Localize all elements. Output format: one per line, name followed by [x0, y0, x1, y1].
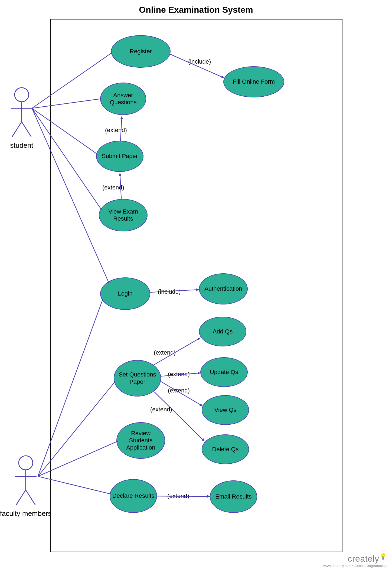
usecase-set-questions-paper: Set Questions Paper: [114, 360, 161, 397]
rel-updateqs-extend: (extend): [168, 371, 190, 378]
system-boundary: [50, 19, 342, 552]
usecase-update-qs: Update Qs: [200, 357, 248, 387]
usecase-delete-qs: Delete Qs: [202, 434, 249, 464]
actor-faculty-label: faculty members: [0, 509, 53, 518]
usecase-register: Register: [111, 35, 171, 68]
usecase-login: Login: [100, 277, 150, 310]
svg-point-5: [19, 456, 33, 470]
usecase-answer-questions: Answer Questions: [100, 83, 146, 115]
watermark-sub: www.creately.com • Online Diagramming: [323, 564, 387, 568]
svg-line-3: [12, 122, 22, 137]
usecase-view-qs: View Qs: [202, 395, 249, 425]
svg-line-4: [22, 122, 31, 137]
actor-student: student: [5, 87, 38, 150]
actor-faculty: faculty members: [0, 455, 53, 518]
rel-answer-extend: (extend): [105, 127, 127, 134]
usecase-declare-results: Declare Results: [110, 479, 157, 513]
rel-submit-extend: (extend): [102, 184, 124, 191]
actor-faculty-icon: [0, 455, 53, 506]
rel-deleteqs-extend: (extend): [150, 406, 172, 413]
diagram-title: Online Examination System: [0, 5, 392, 15]
usecase-view-exam-results: View Exam Results: [99, 199, 148, 231]
rel-login-include: (include): [158, 288, 181, 295]
usecase-add-qs: Add Qs: [199, 317, 246, 346]
lightbulb-icon: 💡: [379, 553, 387, 560]
rel-declare-extend: (extend): [167, 493, 189, 500]
usecase-fill-online-form: Fill Online Form: [223, 66, 284, 97]
usecase-submit-paper: Submit Paper: [96, 141, 143, 172]
svg-line-9: [26, 490, 35, 505]
rel-register-include: (include): [188, 58, 211, 65]
svg-point-0: [15, 88, 29, 102]
usecase-authentication: Authentication: [199, 273, 248, 304]
svg-line-8: [16, 490, 26, 505]
watermark-brand: creately💡: [323, 553, 387, 564]
usecase-review-students-application: Review Students Application: [116, 422, 165, 459]
watermark: creately💡 www.creately.com • Online Diag…: [323, 553, 387, 568]
rel-viewqs-extend: (extend): [168, 387, 190, 394]
usecase-email-results: Email Results: [210, 480, 257, 513]
actor-student-label: student: [5, 141, 38, 150]
actor-student-icon: [5, 87, 38, 138]
rel-addqs-extend: (extend): [154, 349, 176, 356]
